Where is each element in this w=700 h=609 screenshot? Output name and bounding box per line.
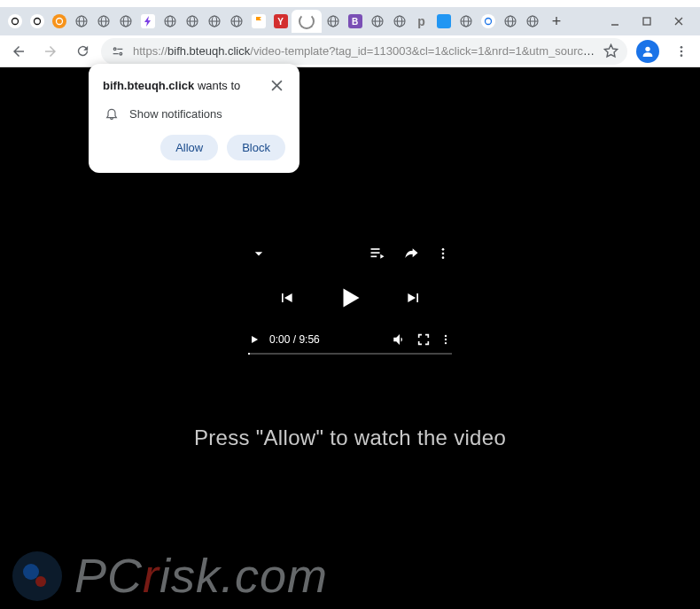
- url-text: https://bifh.bteuqh.click/video-template…: [133, 44, 596, 58]
- previous-track-button[interactable]: [277, 289, 295, 307]
- svg-rect-58: [371, 256, 377, 258]
- allow-button[interactable]: Allow: [160, 135, 218, 160]
- progress-bar[interactable]: [248, 353, 452, 355]
- video-player: 0:00 / 9:56: [248, 245, 452, 355]
- queue-icon[interactable]: [369, 245, 386, 262]
- site-settings-icon[interactable]: [110, 43, 126, 59]
- svg-marker-51: [604, 44, 617, 56]
- svg-point-63: [445, 339, 447, 340]
- tab-favicon: [503, 14, 517, 28]
- permission-capability: Show notifications: [129, 107, 222, 121]
- bell-icon: [105, 106, 119, 121]
- svg-point-49: [120, 52, 122, 55]
- tab-favicon: [437, 14, 451, 28]
- forward-button: [37, 38, 64, 65]
- tab-favicon: p: [415, 14, 429, 28]
- tab-favicon: [8, 14, 22, 28]
- instruction-text: Press "Allow" to watch the video: [194, 426, 506, 450]
- browser-tab[interactable]: [499, 10, 521, 33]
- tab-favicon: [163, 14, 177, 28]
- browser-tab[interactable]: [521, 10, 543, 33]
- close-icon[interactable]: [268, 76, 285, 94]
- address-bar[interactable]: https://bifh.bteuqh.click/video-template…: [101, 38, 627, 65]
- new-tab-button[interactable]: +: [544, 9, 569, 34]
- browser-tab[interactable]: [247, 10, 269, 33]
- svg-point-54: [681, 50, 683, 52]
- svg-point-53: [681, 46, 683, 49]
- play-small-icon[interactable]: [248, 333, 261, 346]
- svg-point-36: [485, 19, 491, 25]
- tab-favicon: [74, 14, 89, 28]
- tab-favicon: [97, 14, 111, 28]
- volume-icon[interactable]: [392, 332, 408, 347]
- block-button[interactable]: Block: [227, 135, 285, 160]
- player-menu-icon[interactable]: [439, 333, 452, 346]
- permission-title: bifh.bteuqh.click wants to: [103, 79, 240, 92]
- browser-tab[interactable]: [114, 10, 136, 33]
- fullscreen-icon[interactable]: [416, 332, 431, 347]
- tab-favicon: [30, 14, 44, 28]
- browser-tab[interactable]: [203, 10, 225, 33]
- collapse-chevron-icon[interactable]: [250, 245, 268, 262]
- tab-favicon: [326, 14, 340, 28]
- browser-tab[interactable]: [181, 10, 203, 33]
- maximize-button[interactable]: [634, 9, 659, 34]
- tab-favicon: [185, 14, 199, 28]
- profile-avatar[interactable]: [636, 40, 659, 63]
- browser-tab[interactable]: Y: [269, 10, 292, 33]
- next-track-button[interactable]: [405, 289, 423, 307]
- svg-point-52: [645, 46, 649, 51]
- svg-point-47: [113, 48, 116, 51]
- reload-button[interactable]: [69, 38, 96, 65]
- tab-favicon: B: [348, 14, 362, 28]
- browser-tab[interactable]: [26, 10, 48, 33]
- browser-tab[interactable]: [432, 10, 455, 33]
- browser-tab[interactable]: [159, 10, 181, 33]
- bookmark-star-icon[interactable]: [603, 43, 618, 59]
- tab-favicon: [141, 14, 155, 28]
- browser-tab[interactable]: [136, 10, 159, 33]
- more-options-icon[interactable]: [436, 246, 450, 261]
- browser-toolbar: https://bifh.bteuqh.click/video-template…: [0, 35, 700, 67]
- browser-tab[interactable]: [455, 10, 477, 33]
- tab-favicon: [370, 14, 385, 28]
- svg-point-60: [442, 253, 445, 255]
- browser-tab[interactable]: [70, 10, 92, 33]
- browser-tab[interactable]: [48, 10, 70, 33]
- browser-tab[interactable]: p: [410, 10, 432, 33]
- tab-favicon: [393, 14, 407, 28]
- tab-favicon: [459, 14, 473, 28]
- svg-point-62: [445, 335, 447, 337]
- svg-rect-57: [371, 252, 380, 254]
- tab-favicon: [119, 14, 133, 28]
- tab-favicon: [525, 14, 540, 28]
- svg-point-59: [442, 248, 445, 251]
- browser-tab[interactable]: [292, 10, 322, 33]
- browser-tab[interactable]: B: [344, 10, 366, 33]
- play-button[interactable]: [334, 282, 366, 314]
- tab-favicon: [481, 14, 495, 28]
- tab-favicon: [52, 14, 66, 28]
- window-titlebar: [0, 0, 700, 7]
- share-icon[interactable]: [402, 245, 420, 262]
- watermark-badge-icon: [12, 551, 62, 601]
- browser-tab[interactable]: [366, 10, 388, 33]
- window-controls: [603, 9, 696, 34]
- close-window-button[interactable]: [666, 9, 691, 34]
- svg-point-1: [34, 19, 40, 25]
- browser-menu-button[interactable]: [668, 38, 695, 65]
- time-display: 0:00 / 9:56: [269, 333, 383, 346]
- browser-tab[interactable]: [477, 10, 499, 33]
- browser-tab[interactable]: [322, 10, 344, 33]
- browser-tab[interactable]: [4, 10, 26, 33]
- tab-favicon: [207, 14, 222, 28]
- watermark-text: PCrisk.com: [74, 548, 328, 604]
- svg-point-64: [445, 342, 447, 344]
- browser-tab[interactable]: [225, 10, 247, 33]
- tab-favicon: Y: [274, 14, 288, 28]
- back-button[interactable]: [5, 38, 32, 65]
- tab-strip: YBp +: [0, 7, 700, 35]
- minimize-button[interactable]: [603, 9, 627, 34]
- browser-tab[interactable]: [388, 10, 410, 33]
- browser-tab[interactable]: [92, 10, 114, 33]
